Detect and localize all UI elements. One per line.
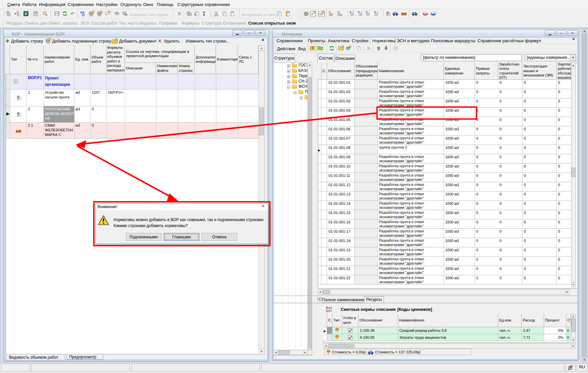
svg-text:PDF: PDF bbox=[34, 12, 38, 14]
svg-text:ПР: ПР bbox=[319, 13, 323, 16]
svg-text:101: 101 bbox=[327, 310, 332, 313]
svg-text:P: P bbox=[311, 13, 313, 16]
